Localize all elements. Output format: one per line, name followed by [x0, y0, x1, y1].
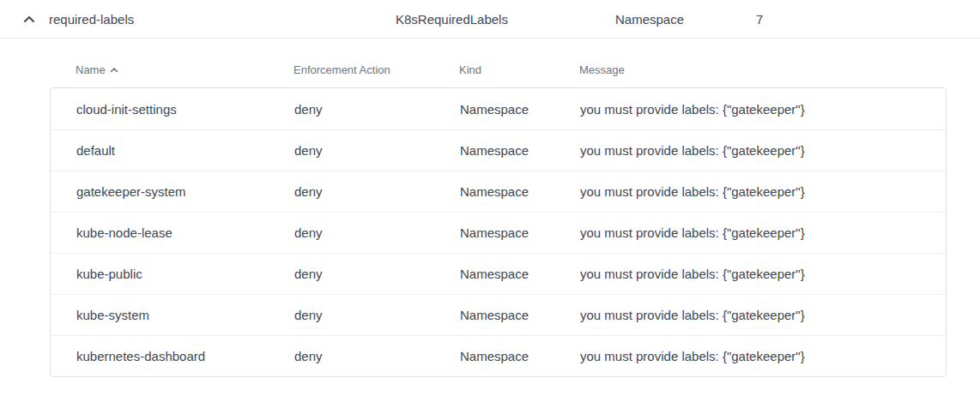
cell-enforcement-action: deny: [294, 349, 460, 363]
cell-message: you must provide labels: {"gatekeeper"}: [580, 267, 946, 281]
cell-name: kubernetes-dashboard: [51, 349, 294, 363]
cell-enforcement-action: deny: [294, 143, 460, 158]
table-row: kube-public deny Namespace you must prov…: [51, 253, 946, 294]
cell-message: you must provide labels: {"gatekeeper"}: [580, 225, 946, 240]
collapse-chevron-up-icon[interactable]: [23, 0, 35, 38]
column-header-name-label: Name: [76, 63, 106, 76]
column-header-kind[interactable]: Kind: [459, 63, 579, 76]
constraint-accordion-header[interactable]: required-labels K8sRequiredLabels Namesp…: [0, 0, 980, 39]
table-row: gatekeeper-system deny Namespace you mus…: [51, 171, 946, 212]
constraint-type: K8sRequiredLabels: [396, 0, 508, 38]
cell-message: you must provide labels: {"gatekeeper"}: [580, 308, 946, 322]
table-row: kubernetes-dashboard deny Namespace you …: [51, 335, 946, 376]
cell-name: kube-public: [51, 267, 294, 281]
column-header-message[interactable]: Message: [579, 63, 947, 76]
cell-name: default: [51, 143, 294, 158]
cell-name: kube-system: [51, 308, 294, 322]
cell-enforcement-action: deny: [294, 267, 460, 281]
table-row: default deny Namespace you must provide …: [51, 129, 946, 171]
table-row: cloud-init-settings deny Namespace you m…: [51, 88, 946, 129]
constraint-name: required-labels: [49, 0, 134, 38]
cell-kind: Namespace: [460, 143, 580, 158]
cell-name: kube-node-lease: [51, 225, 294, 240]
table-column-headers: Name Enforcement Action Kind Message: [50, 52, 947, 87]
cell-name: cloud-init-settings: [51, 102, 294, 117]
cell-name: gatekeeper-system: [51, 184, 294, 199]
column-header-enforcement-action[interactable]: Enforcement Action: [293, 63, 459, 76]
sort-ascending-icon: [110, 67, 118, 73]
cell-kind: Namespace: [460, 349, 580, 363]
cell-kind: Namespace: [460, 184, 580, 199]
cell-kind: Namespace: [460, 267, 580, 281]
column-header-name[interactable]: Name: [50, 63, 293, 76]
cell-message: you must provide labels: {"gatekeeper"}: [580, 102, 946, 117]
violations-table: cloud-init-settings deny Namespace you m…: [50, 87, 947, 377]
table-row: kube-system deny Namespace you must prov…: [51, 294, 946, 335]
table-row: kube-node-lease deny Namespace you must …: [51, 212, 946, 253]
cell-kind: Namespace: [460, 225, 580, 240]
cell-enforcement-action: deny: [294, 308, 460, 322]
cell-kind: Namespace: [460, 102, 580, 117]
cell-message: you must provide labels: {"gatekeeper"}: [580, 184, 946, 199]
cell-message: you must provide labels: {"gatekeeper"}: [580, 349, 946, 363]
cell-enforcement-action: deny: [294, 184, 460, 199]
violation-count-badge: 7: [756, 0, 763, 38]
cell-kind: Namespace: [460, 308, 580, 322]
cell-enforcement-action: deny: [294, 225, 460, 240]
cell-enforcement-action: deny: [294, 102, 460, 117]
cell-message: you must provide labels: {"gatekeeper"}: [580, 143, 946, 158]
constraint-kind: Namespace: [615, 0, 684, 38]
